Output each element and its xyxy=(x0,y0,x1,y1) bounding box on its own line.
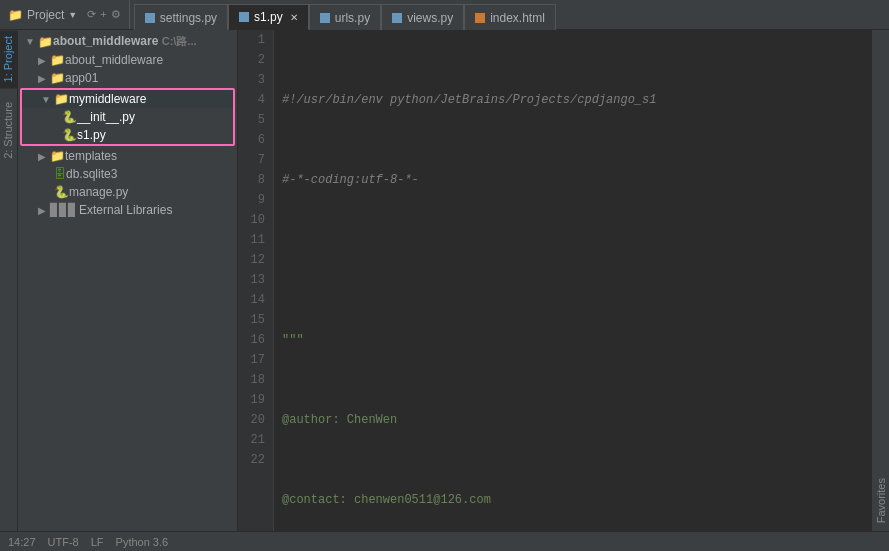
py-file-icon: 🐍 xyxy=(62,128,77,142)
project-icon: 📁 xyxy=(8,8,23,22)
folder-icon: 📁 xyxy=(50,149,65,163)
manage-py-file[interactable]: 🐍 manage.py xyxy=(18,183,237,201)
tab-index-label: index.html xyxy=(490,11,545,25)
app01-folder[interactable]: ▶ 📁 app01 xyxy=(18,69,237,87)
file-label: db.sqlite3 xyxy=(66,167,117,181)
file-label: __init__.py xyxy=(77,110,135,124)
root-label: about_middleware C:\路... xyxy=(53,34,197,49)
app-container: 📁 Project ▼ ⟳ + ⚙ settings.py s1.py ✕ ur… xyxy=(0,0,889,551)
folder-arrow: ▼ xyxy=(38,94,54,105)
tab-settings-label: settings.py xyxy=(160,11,217,25)
folder-label: app01 xyxy=(65,71,98,85)
external-libs[interactable]: ▶ ▊▊▊ External Libraries xyxy=(18,201,237,219)
tab-index-icon xyxy=(475,13,485,23)
tab-views-label: views.py xyxy=(407,11,453,25)
tab-urls-icon xyxy=(320,13,330,23)
code-line-1: #!/usr/bin/env python/JetBrains/Projects… xyxy=(282,90,863,110)
status-line-sep: LF xyxy=(91,536,104,548)
tabs-area: settings.py s1.py ✕ urls.py views.py ind… xyxy=(130,0,556,29)
status-encoding: UTF-8 xyxy=(48,536,79,548)
project-path: C:\路... xyxy=(162,35,197,47)
editor-content: 1 2 3 4 5 6 7 8 9 10 11 12 13 14 15 16 1 xyxy=(238,30,871,531)
sidebar: ▼ 📁 about_middleware C:\路... ▶ 📁 about_m… xyxy=(18,30,238,531)
dropdown-arrow: ▼ xyxy=(68,10,77,20)
status-bar: 14:27 UTF-8 LF Python 3.6 xyxy=(0,531,889,551)
code-line-2: #-*-coding:utf-8-*- xyxy=(282,170,863,190)
project-side-tab[interactable]: 1: Project xyxy=(0,30,17,88)
lib-label: External Libraries xyxy=(79,203,172,217)
tab-views[interactable]: views.py xyxy=(381,4,464,30)
folder-icon: 📁 xyxy=(50,71,65,85)
tab-urls[interactable]: urls.py xyxy=(309,4,381,30)
code-line-5: @author: ChenWen xyxy=(282,410,863,430)
status-python: Python 3.6 xyxy=(116,536,169,548)
folder-icon: 📁 xyxy=(50,53,65,67)
editor-area: 1 2 3 4 5 6 7 8 9 10 11 12 13 14 15 16 1 xyxy=(238,30,871,531)
favorites-bar: Favorites xyxy=(871,30,889,531)
folder-label: templates xyxy=(65,149,117,163)
root-folder-icon: 📁 xyxy=(38,35,53,49)
code-line-3 xyxy=(282,250,863,270)
side-panel-tabs: 1: Project 2: Structure xyxy=(0,30,18,531)
py-icon: 🐍 xyxy=(54,185,69,199)
s1-py-file[interactable]: 🐍 s1.py xyxy=(22,126,233,144)
tab-index[interactable]: index.html xyxy=(464,4,556,30)
tab-s1-label: s1.py xyxy=(254,10,283,24)
top-bar: 📁 Project ▼ ⟳ + ⚙ settings.py s1.py ✕ ur… xyxy=(0,0,889,30)
favorites-label[interactable]: Favorites xyxy=(873,474,889,527)
tab-views-icon xyxy=(392,13,402,23)
tab-urls-label: urls.py xyxy=(335,11,370,25)
tab-settings-icon xyxy=(145,13,155,23)
status-line-col: 14:27 xyxy=(8,536,36,548)
py-file-icon: 🐍 xyxy=(62,110,77,124)
about-middleware-folder[interactable]: ▶ 📁 about_middleware xyxy=(18,51,237,69)
gear-icon[interactable]: ⚙ xyxy=(111,8,121,21)
tab-s1-icon xyxy=(239,12,249,22)
code-area[interactable]: #!/usr/bin/env python/JetBrains/Projects… xyxy=(274,30,871,531)
code-line-6: @contact: chenwen0511@126.com xyxy=(282,490,863,510)
line-numbers: 1 2 3 4 5 6 7 8 9 10 11 12 13 14 15 16 1 xyxy=(238,30,274,531)
project-label[interactable]: 📁 Project ▼ ⟳ + ⚙ xyxy=(0,0,130,29)
add-icon[interactable]: + xyxy=(100,8,106,21)
main-area: 1: Project 2: Structure ▼ 📁 about_middle… xyxy=(0,30,889,531)
folder-arrow: ▶ xyxy=(34,151,50,162)
tab-settings[interactable]: settings.py xyxy=(134,4,228,30)
lib-arrow: ▶ xyxy=(34,205,50,216)
tab-s1-close[interactable]: ✕ xyxy=(290,12,298,23)
init-py-file[interactable]: 🐍 __init__.py xyxy=(22,108,233,126)
structure-side-tab[interactable]: 2: Structure xyxy=(0,96,17,165)
code-line-4: """ xyxy=(282,330,863,350)
mymiddleware-folder[interactable]: ▼ 📁 mymiddleware xyxy=(22,90,233,108)
folder-icon: 📁 xyxy=(54,92,69,106)
folder-label: mymiddleware xyxy=(69,92,146,106)
templates-folder[interactable]: ▶ 📁 templates xyxy=(18,147,237,165)
file-label: manage.py xyxy=(69,185,128,199)
folder-arrow: ▶ xyxy=(34,55,50,66)
root-arrow: ▼ xyxy=(22,36,38,47)
toolbar-icons: ⟳ + ⚙ xyxy=(87,8,120,21)
db-file[interactable]: 🗄 db.sqlite3 xyxy=(18,165,237,183)
project-label-text: Project xyxy=(27,8,64,22)
sync-icon[interactable]: ⟳ xyxy=(87,8,96,21)
project-name: about_middleware xyxy=(53,34,158,48)
lib-icon: ▊▊▊ xyxy=(50,203,77,217)
file-label: s1.py xyxy=(77,128,106,142)
db-icon: 🗄 xyxy=(54,167,66,181)
folder-label: about_middleware xyxy=(65,53,163,67)
project-root[interactable]: ▼ 📁 about_middleware C:\路... xyxy=(18,30,237,51)
mymiddleware-highlight-box: ▼ 📁 mymiddleware 🐍 __init__.py 🐍 s1.py xyxy=(20,88,235,146)
folder-arrow: ▶ xyxy=(34,73,50,84)
tab-s1[interactable]: s1.py ✕ xyxy=(228,4,309,30)
